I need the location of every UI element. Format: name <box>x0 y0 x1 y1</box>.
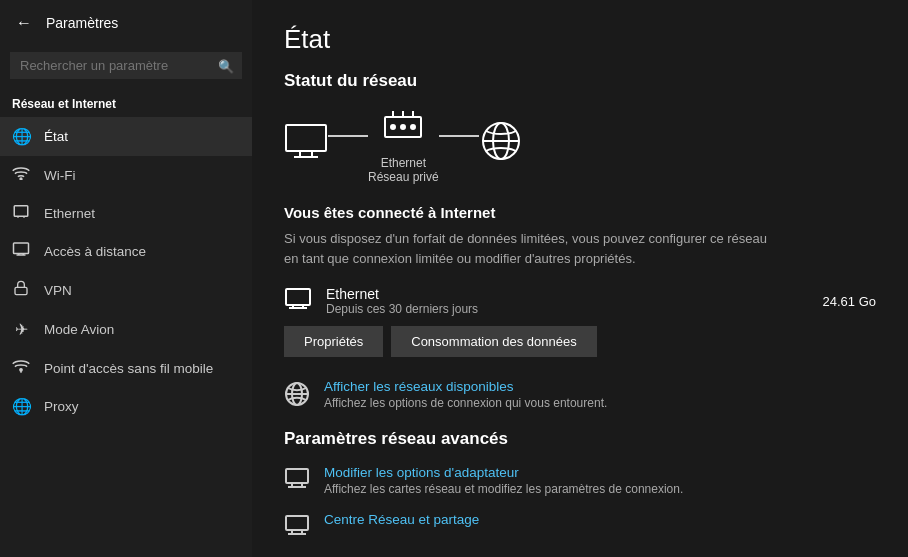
main-content: État Statut du réseau <box>252 0 908 557</box>
sidebar-item-label-proxy: Proxy <box>44 399 79 414</box>
modifier-adaptateur-text: Modifier les options d'adaptateur Affich… <box>324 465 683 496</box>
sidebar-title: Paramètres <box>46 15 118 31</box>
sidebar-item-label-etat: État <box>44 129 68 144</box>
sidebar-item-wifi[interactable]: Wi-Fi <box>0 156 252 194</box>
page-title: État <box>284 24 876 55</box>
search-input[interactable] <box>10 52 242 79</box>
svg-rect-4 <box>14 243 29 254</box>
svg-point-20 <box>401 125 405 129</box>
sidebar-item-label-avion: Mode Avion <box>44 322 114 337</box>
connected-desc: Si vous disposez d'un forfait de données… <box>284 229 784 268</box>
sidebar-item-ethernet[interactable]: Ethernet <box>0 194 252 232</box>
svg-rect-32 <box>286 469 308 483</box>
network-status-heading: Statut du réseau <box>284 71 876 91</box>
sidebar-item-acces[interactable]: Accès à distance <box>0 232 252 270</box>
connected-heading: Vous êtes connecté à Internet <box>284 204 876 221</box>
consommation-button[interactable]: Consommation des données <box>391 326 597 357</box>
centre-reseau-title[interactable]: Centre Réseau et partage <box>324 512 479 527</box>
svg-rect-11 <box>286 125 326 151</box>
modifier-adaptateur-title[interactable]: Modifier les options d'adaptateur <box>324 465 683 480</box>
sidebar-item-etat[interactable]: 🌐 État <box>0 117 252 156</box>
sidebar: ← Paramètres 🔍 Réseau et Internet 🌐 État… <box>0 0 252 557</box>
etat-icon: 🌐 <box>12 127 30 146</box>
modifier-adaptateur-desc: Affichez les cartes réseau et modifiez l… <box>324 482 683 496</box>
afficher-reseaux-icon <box>284 381 310 413</box>
proprietes-button[interactable]: Propriétés <box>284 326 383 357</box>
ethernet-row: Ethernet Depuis ces 30 derniers jours 24… <box>284 286 876 316</box>
ethernet-data: 24.61 Go <box>823 294 877 309</box>
sidebar-item-label-point-acces: Point d'accès sans fil mobile <box>44 361 213 376</box>
svg-rect-25 <box>286 289 310 305</box>
sidebar-section-label: Réseau et Internet <box>0 85 252 117</box>
sidebar-item-mode-avion[interactable]: ✈ Mode Avion <box>0 310 252 349</box>
ethernet-info: Ethernet Depuis ces 30 derniers jours <box>326 286 809 316</box>
svg-rect-36 <box>286 516 308 530</box>
svg-rect-8 <box>15 287 27 294</box>
svg-point-21 <box>411 125 415 129</box>
device-computer <box>284 123 328 168</box>
device-router: Ethernet Réseau privé <box>368 107 439 184</box>
point-acces-icon <box>12 359 30 377</box>
sidebar-item-vpn[interactable]: VPN <box>0 270 252 310</box>
line-2 <box>439 135 479 137</box>
modifier-adaptateur-icon <box>284 467 310 495</box>
computer-icon <box>284 123 328 168</box>
router-icon <box>381 107 425 152</box>
line-1 <box>328 135 368 137</box>
modifier-adaptateur-item: Modifier les options d'adaptateur Affich… <box>284 465 876 496</box>
centre-reseau-icon <box>284 514 310 542</box>
ethernet-row-icon <box>284 287 312 315</box>
advanced-heading: Paramètres réseau avancés <box>284 429 876 449</box>
search-icon: 🔍 <box>218 58 234 73</box>
afficher-reseaux-item: Afficher les réseaux disponibles Affiche… <box>284 379 876 413</box>
back-button[interactable]: ← <box>12 10 36 36</box>
internet-icon <box>479 119 523 172</box>
ethernet-nav-icon <box>12 204 30 222</box>
svg-rect-1 <box>14 206 28 217</box>
sidebar-item-label-ethernet: Ethernet <box>44 206 95 221</box>
afficher-reseaux-title[interactable]: Afficher les réseaux disponibles <box>324 379 607 394</box>
wifi-icon <box>12 166 30 184</box>
sidebar-item-point-acces[interactable]: Point d'accès sans fil mobile <box>0 349 252 387</box>
action-buttons: Propriétés Consommation des données <box>284 326 876 357</box>
network-diagram: Ethernet Réseau privé <box>284 107 876 184</box>
ethernet-sub: Depuis ces 30 derniers jours <box>326 302 809 316</box>
svg-point-0 <box>20 178 22 180</box>
sidebar-header: ← Paramètres <box>0 0 252 46</box>
ethernet-name: Ethernet <box>326 286 809 302</box>
acces-icon <box>12 242 30 260</box>
avion-icon: ✈ <box>12 320 30 339</box>
afficher-reseaux-text: Afficher les réseaux disponibles Affiche… <box>324 379 607 410</box>
search-container: 🔍 <box>10 52 242 79</box>
sidebar-item-label-wifi: Wi-Fi <box>44 168 75 183</box>
sidebar-item-proxy[interactable]: 🌐 Proxy <box>0 387 252 426</box>
centre-reseau-text: Centre Réseau et partage <box>324 512 479 527</box>
device-internet <box>479 119 523 172</box>
advanced-section: Paramètres réseau avancés Modifier les o… <box>284 429 876 542</box>
ethernet-diagram-label: Ethernet Réseau privé <box>368 156 439 184</box>
proxy-icon: 🌐 <box>12 397 30 416</box>
svg-point-19 <box>391 125 395 129</box>
centre-reseau-item: Centre Réseau et partage <box>284 512 876 542</box>
vpn-icon <box>12 280 30 300</box>
sidebar-item-label-acces: Accès à distance <box>44 244 146 259</box>
sidebar-item-label-vpn: VPN <box>44 283 72 298</box>
afficher-reseaux-desc: Affichez les options de connexion qui vo… <box>324 396 607 410</box>
svg-point-9 <box>20 369 22 371</box>
